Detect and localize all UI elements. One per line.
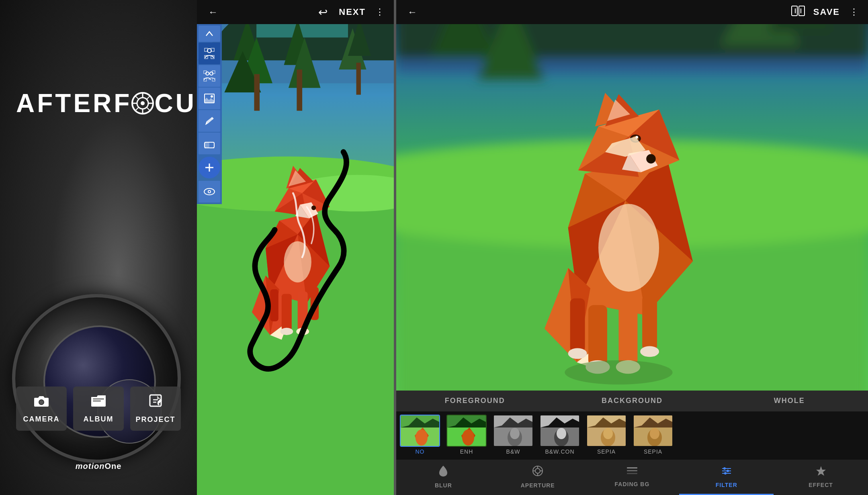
- filter-sepia2-label: SEPIA: [644, 448, 662, 455]
- filter-bw-label: B&W: [506, 448, 520, 455]
- filter-no-label: NO: [416, 448, 425, 455]
- svg-rect-126: [588, 305, 607, 366]
- svg-point-177: [723, 467, 726, 470]
- filter-no[interactable]: NO: [398, 415, 442, 456]
- filter-bw[interactable]: B&W: [491, 415, 535, 456]
- logo-lens-icon: [131, 90, 154, 116]
- foreground-tab[interactable]: FOREGROUND: [396, 391, 553, 411]
- middle-back-button[interactable]: ←: [205, 5, 221, 19]
- lens-svg-icon: [131, 92, 154, 115]
- add-zoom-button[interactable]: [199, 157, 220, 178]
- svg-point-164: [650, 428, 659, 439]
- aperture-tab[interactable]: APERTURE: [491, 460, 585, 495]
- svg-rect-172: [627, 470, 637, 471]
- blur-label: BLUR: [435, 482, 452, 489]
- blur-tab[interactable]: BLUR: [396, 460, 491, 495]
- undo-button[interactable]: ↩: [315, 4, 331, 20]
- svg-point-159: [603, 428, 613, 439]
- camera-label: CAMERA: [23, 415, 60, 423]
- filter-bwcon-label: B&W.CON: [545, 448, 574, 455]
- filter-sepia1[interactable]: SEPIA: [584, 415, 628, 456]
- svg-rect-129: [642, 295, 657, 350]
- right-back-button[interactable]: ←: [404, 5, 420, 19]
- svg-point-154: [557, 428, 566, 439]
- svg-point-2: [141, 101, 145, 105]
- fgb-tabs: FOREGROUND BACKGROUND WHOLE: [396, 391, 868, 411]
- blur-icon: [438, 465, 449, 480]
- camera-button[interactable]: CAMERA: [16, 387, 67, 431]
- next-label: NEXT: [339, 7, 366, 17]
- svg-rect-53: [297, 70, 302, 111]
- person-focus-tool[interactable]: [199, 43, 220, 64]
- nav-buttons: CAMERA ALBUM: [16, 387, 181, 431]
- project-icon: [148, 393, 163, 411]
- svg-rect-34: [205, 142, 209, 148]
- app-logo: AFTER F CU: [16, 88, 181, 118]
- svg-line-10: [135, 96, 139, 99]
- svg-rect-173: [627, 473, 637, 474]
- middle-topbar: ← ↩ NEXT ⋮: [197, 0, 394, 24]
- svg-point-122: [598, 204, 659, 292]
- middle-panel: ← ↩ NEXT ⋮: [197, 0, 394, 495]
- logo-after: AFTER: [16, 88, 114, 118]
- group-focus-tool[interactable]: [199, 65, 220, 87]
- svg-point-178: [727, 470, 729, 472]
- svg-rect-171: [627, 467, 637, 468]
- fading-bg-tab[interactable]: FADING BG: [585, 460, 680, 495]
- compare-button[interactable]: [791, 5, 805, 19]
- svg-point-40: [209, 191, 210, 192]
- svg-rect-15: [93, 401, 101, 401]
- svg-rect-128: [570, 298, 585, 352]
- svg-point-144: [462, 430, 474, 446]
- svg-point-85: [284, 241, 311, 282]
- svg-rect-86: [792, 6, 797, 16]
- filter-sepia2-thumbnail: [633, 415, 673, 447]
- filter-enh[interactable]: ENH: [444, 415, 489, 456]
- effect-tab[interactable]: EFFECT: [774, 460, 868, 495]
- lens-circle: [12, 294, 181, 463]
- pencil-tool[interactable]: [199, 110, 220, 132]
- svg-marker-96: [767, 24, 834, 32]
- album-button[interactable]: ALBUM: [73, 387, 124, 431]
- svg-point-149: [510, 428, 520, 439]
- svg-point-12: [39, 400, 43, 404]
- filter-enh-thumbnail: [446, 415, 487, 447]
- filter-label: FILTER: [716, 482, 737, 488]
- svg-rect-14: [93, 399, 104, 399]
- svg-point-166: [535, 468, 540, 473]
- fading-bg-icon: [626, 466, 638, 479]
- svg-point-133: [640, 346, 659, 357]
- left-panel: AFTER F CU: [0, 0, 197, 495]
- logo-f: F: [114, 88, 131, 118]
- filter-sepia1-thumbnail: [586, 415, 626, 447]
- background-tab[interactable]: BACKGROUND: [553, 391, 710, 411]
- image-select-tool[interactable]: [199, 88, 220, 109]
- filter-icon: [721, 465, 733, 479]
- svg-point-83: [280, 328, 293, 335]
- canvas-svg[interactable]: [197, 24, 394, 495]
- filter-tab[interactable]: FILTER: [679, 460, 774, 495]
- svg-line-8: [147, 107, 150, 110]
- svg-marker-180: [816, 466, 826, 476]
- brand-one: One: [104, 462, 121, 470]
- middle-more-button[interactable]: ⋮: [374, 5, 386, 19]
- svg-point-139: [416, 430, 428, 446]
- svg-point-117: [646, 154, 655, 164]
- svg-point-134: [565, 360, 672, 385]
- svg-rect-79: [282, 294, 292, 330]
- album-icon: [90, 394, 106, 411]
- logo-cus: CUS: [154, 88, 197, 118]
- filter-bwcon[interactable]: B&W.CON: [538, 415, 582, 456]
- fading-bg-label: FADING BG: [615, 481, 650, 487]
- filter-sepia2[interactable]: SEPIA: [631, 415, 675, 456]
- eraser-tool[interactable]: [199, 133, 220, 154]
- aperture-icon: [532, 465, 544, 480]
- drawing-area[interactable]: [197, 24, 394, 495]
- right-more-button[interactable]: ⋮: [848, 5, 860, 19]
- project-button[interactable]: PROJECT: [130, 387, 181, 431]
- whole-tab[interactable]: WHOLE: [711, 391, 868, 411]
- eye-tool[interactable]: [199, 181, 220, 202]
- collapse-tools-button[interactable]: [199, 26, 220, 42]
- svg-rect-52: [254, 74, 260, 110]
- svg-point-13: [45, 399, 46, 400]
